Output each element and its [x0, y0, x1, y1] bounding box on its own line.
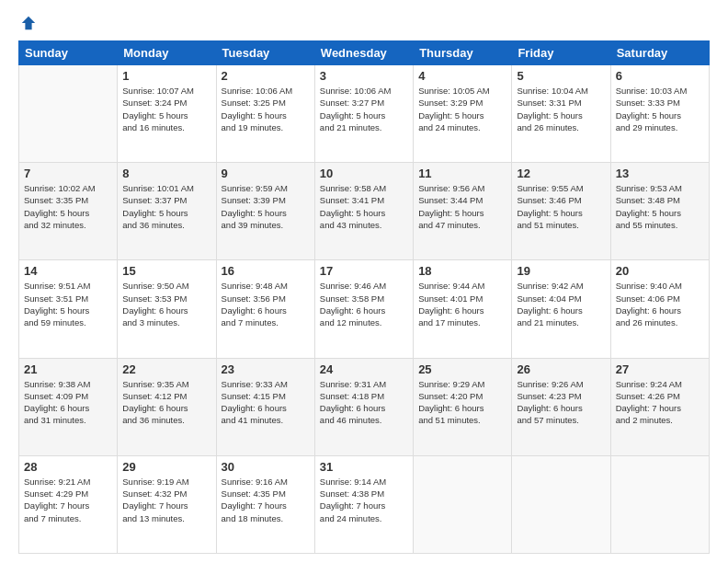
calendar-week-1: 1Sunrise: 10:07 AMSunset: 3:24 PMDayligh… [19, 65, 710, 163]
calendar-cell: 26Sunrise: 9:26 AMSunset: 4:23 PMDayligh… [512, 358, 610, 455]
calendar-table: SundayMondayTuesdayWednesdayThursdayFrid… [18, 40, 710, 554]
calendar-cell: 12Sunrise: 9:55 AMSunset: 3:46 PMDayligh… [512, 163, 610, 260]
day-number: 5 [517, 69, 605, 83]
day-number: 13 [616, 167, 704, 180]
calendar-cell: 25Sunrise: 9:29 AMSunset: 4:20 PMDayligh… [414, 358, 512, 455]
calendar-cell [19, 65, 118, 163]
day-info: Sunrise: 9:19 AMSunset: 4:32 PMDaylight:… [122, 476, 210, 524]
calendar-week-5: 28Sunrise: 9:21 AMSunset: 4:29 PMDayligh… [19, 455, 710, 553]
calendar-cell: 2Sunrise: 10:06 AMSunset: 3:25 PMDayligh… [216, 65, 314, 163]
day-number: 17 [320, 264, 408, 278]
day-info: Sunrise: 9:58 AMSunset: 3:41 PMDaylight:… [320, 182, 408, 231]
day-number: 15 [122, 264, 210, 278]
day-info: Sunrise: 9:33 AMSunset: 4:15 PMDaylight:… [222, 378, 310, 427]
day-number: 6 [616, 69, 704, 83]
day-number: 28 [24, 460, 112, 474]
calendar-week-4: 21Sunrise: 9:38 AMSunset: 4:09 PMDayligh… [19, 358, 710, 455]
day-info: Sunrise: 9:38 AMSunset: 4:09 PMDaylight:… [24, 378, 112, 427]
day-number: 19 [517, 264, 605, 278]
day-info: Sunrise: 10:04 AMSunset: 3:31 PMDaylight… [517, 85, 605, 133]
day-info: Sunrise: 9:44 AMSunset: 4:01 PMDaylight:… [418, 280, 506, 328]
calendar-cell: 16Sunrise: 9:48 AMSunset: 3:56 PMDayligh… [216, 260, 314, 358]
calendar-cell: 10Sunrise: 9:58 AMSunset: 3:41 PMDayligh… [314, 163, 413, 260]
calendar-header-friday: Friday [512, 41, 610, 65]
day-info: Sunrise: 9:50 AMSunset: 3:53 PMDaylight:… [122, 280, 210, 328]
calendar-cell: 14Sunrise: 9:51 AMSunset: 3:51 PMDayligh… [19, 260, 118, 358]
day-info: Sunrise: 9:53 AMSunset: 3:48 PMDaylight:… [616, 182, 704, 231]
day-info: Sunrise: 9:55 AMSunset: 3:46 PMDaylight:… [517, 182, 605, 231]
calendar-cell: 24Sunrise: 9:31 AMSunset: 4:18 PMDayligh… [314, 358, 413, 455]
calendar-cell: 21Sunrise: 9:38 AMSunset: 4:09 PMDayligh… [19, 358, 118, 455]
calendar-cell: 30Sunrise: 9:16 AMSunset: 4:35 PMDayligh… [216, 455, 314, 553]
calendar-cell: 7Sunrise: 10:02 AMSunset: 3:35 PMDayligh… [19, 163, 118, 260]
day-number: 29 [122, 460, 210, 474]
day-info: Sunrise: 9:31 AMSunset: 4:18 PMDaylight:… [320, 378, 408, 427]
day-info: Sunrise: 9:51 AMSunset: 3:51 PMDaylight:… [24, 280, 112, 328]
day-info: Sunrise: 10:01 AMSunset: 3:37 PMDaylight… [122, 182, 210, 231]
day-info: Sunrise: 9:24 AMSunset: 4:26 PMDaylight:… [616, 378, 704, 427]
calendar-cell: 23Sunrise: 9:33 AMSunset: 4:15 PMDayligh… [216, 358, 314, 455]
day-info: Sunrise: 10:02 AMSunset: 3:35 PMDaylight… [24, 182, 112, 231]
day-info: Sunrise: 10:03 AMSunset: 3:33 PMDaylight… [616, 85, 704, 133]
calendar-header-sunday: Sunday [19, 41, 118, 65]
calendar-cell: 19Sunrise: 9:42 AMSunset: 4:04 PMDayligh… [512, 260, 610, 358]
calendar-cell: 8Sunrise: 10:01 AMSunset: 3:37 PMDayligh… [118, 163, 216, 260]
day-info: Sunrise: 10:06 AMSunset: 3:27 PMDaylight… [320, 85, 408, 133]
logo-icon [20, 15, 37, 31]
day-number: 27 [616, 362, 704, 376]
day-number: 30 [222, 460, 310, 474]
calendar-cell: 4Sunrise: 10:05 AMSunset: 3:29 PMDayligh… [414, 65, 512, 163]
day-info: Sunrise: 9:29 AMSunset: 4:20 PMDaylight:… [418, 378, 506, 427]
day-info: Sunrise: 9:46 AMSunset: 3:58 PMDaylight:… [320, 280, 408, 328]
day-info: Sunrise: 9:48 AMSunset: 3:56 PMDaylight:… [222, 280, 310, 328]
page: SundayMondayTuesdayWednesdayThursdayFrid… [0, 0, 728, 563]
day-info: Sunrise: 9:35 AMSunset: 4:12 PMDaylight:… [122, 378, 210, 427]
day-info: Sunrise: 10:05 AMSunset: 3:29 PMDaylight… [418, 85, 506, 133]
day-number: 16 [222, 264, 310, 278]
day-info: Sunrise: 9:16 AMSunset: 4:35 PMDaylight:… [222, 476, 310, 524]
day-info: Sunrise: 9:59 AMSunset: 3:39 PMDaylight:… [222, 182, 310, 231]
calendar-cell: 1Sunrise: 10:07 AMSunset: 3:24 PMDayligh… [118, 65, 216, 163]
day-number: 18 [418, 264, 506, 278]
calendar-cell: 28Sunrise: 9:21 AMSunset: 4:29 PMDayligh… [19, 455, 118, 553]
day-number: 11 [418, 167, 506, 180]
day-number: 3 [320, 69, 408, 83]
calendar-cell: 5Sunrise: 10:04 AMSunset: 3:31 PMDayligh… [512, 65, 610, 163]
day-number: 20 [616, 264, 704, 278]
calendar-cell: 22Sunrise: 9:35 AMSunset: 4:12 PMDayligh… [118, 358, 216, 455]
day-info: Sunrise: 9:42 AMSunset: 4:04 PMDaylight:… [517, 280, 605, 328]
logo [18, 15, 37, 31]
calendar-cell: 3Sunrise: 10:06 AMSunset: 3:27 PMDayligh… [314, 65, 413, 163]
day-info: Sunrise: 10:06 AMSunset: 3:25 PMDaylight… [222, 85, 310, 133]
day-info: Sunrise: 9:40 AMSunset: 4:06 PMDaylight:… [616, 280, 704, 328]
calendar-cell: 15Sunrise: 9:50 AMSunset: 3:53 PMDayligh… [118, 260, 216, 358]
day-info: Sunrise: 9:21 AMSunset: 4:29 PMDaylight:… [24, 476, 112, 524]
day-number: 2 [222, 69, 310, 83]
calendar-cell: 31Sunrise: 9:14 AMSunset: 4:38 PMDayligh… [314, 455, 413, 553]
calendar-header-monday: Monday [118, 41, 216, 65]
calendar-header-tuesday: Tuesday [216, 41, 314, 65]
day-info: Sunrise: 9:14 AMSunset: 4:38 PMDaylight:… [320, 476, 408, 524]
calendar-week-2: 7Sunrise: 10:02 AMSunset: 3:35 PMDayligh… [19, 163, 710, 260]
day-number: 31 [320, 460, 408, 474]
day-number: 10 [320, 167, 408, 180]
header [18, 15, 710, 31]
calendar-cell: 29Sunrise: 9:19 AMSunset: 4:32 PMDayligh… [118, 455, 216, 553]
day-number: 4 [418, 69, 506, 83]
day-info: Sunrise: 10:07 AMSunset: 3:24 PMDaylight… [122, 85, 210, 133]
calendar-cell: 11Sunrise: 9:56 AMSunset: 3:44 PMDayligh… [414, 163, 512, 260]
day-info: Sunrise: 9:56 AMSunset: 3:44 PMDaylight:… [418, 182, 506, 231]
day-number: 21 [24, 362, 112, 376]
calendar-header-row: SundayMondayTuesdayWednesdayThursdayFrid… [19, 41, 710, 65]
calendar-cell: 17Sunrise: 9:46 AMSunset: 3:58 PMDayligh… [314, 260, 413, 358]
day-number: 12 [517, 167, 605, 180]
svg-marker-0 [22, 17, 35, 29]
day-number: 7 [24, 167, 112, 180]
calendar-cell: 18Sunrise: 9:44 AMSunset: 4:01 PMDayligh… [414, 260, 512, 358]
day-number: 14 [24, 264, 112, 278]
calendar-cell [414, 455, 512, 553]
calendar-header-wednesday: Wednesday [314, 41, 413, 65]
day-number: 22 [122, 362, 210, 376]
calendar-week-3: 14Sunrise: 9:51 AMSunset: 3:51 PMDayligh… [19, 260, 710, 358]
calendar-cell: 20Sunrise: 9:40 AMSunset: 4:06 PMDayligh… [610, 260, 709, 358]
